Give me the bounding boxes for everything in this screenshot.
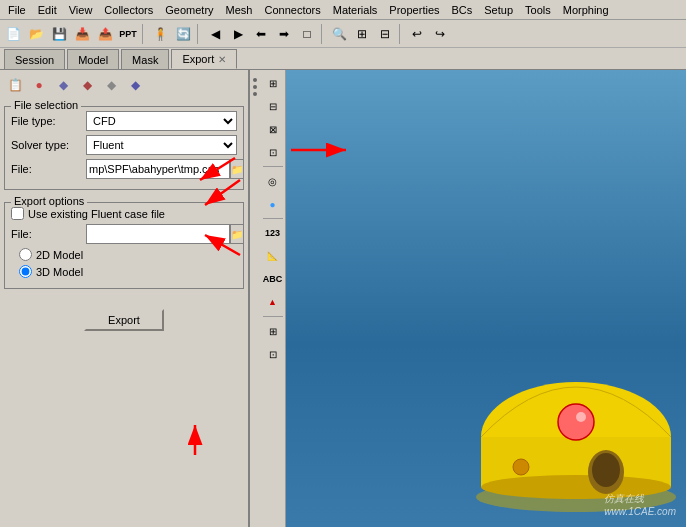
dot-3 [253, 92, 257, 96]
panel-icon-3[interactable]: ◆ [52, 74, 74, 96]
side-btn-5[interactable]: ◎ [262, 170, 284, 192]
tb-fit[interactable]: ⊞ [351, 23, 373, 45]
viewport[interactable]: 仿真在线 www.1CAE.com [286, 70, 686, 527]
side-btn-12[interactable]: ⊡ [262, 343, 284, 365]
tab-close-icon[interactable]: ✕ [218, 54, 226, 65]
solver-type-label: Solver type: [11, 139, 86, 151]
side-btn-1[interactable]: ⊞ [262, 72, 284, 94]
file-label: File: [11, 163, 86, 175]
tb-import[interactable]: 📥 [71, 23, 93, 45]
file-type-label: File type: [11, 115, 86, 127]
file-selection-label: File selection [11, 99, 81, 111]
side-sep-2 [263, 218, 283, 219]
file-input[interactable] [86, 159, 230, 179]
menu-edit[interactable]: Edit [32, 3, 63, 17]
menu-materials[interactable]: Materials [327, 3, 384, 17]
use-existing-checkbox[interactable] [11, 207, 24, 220]
file-selection-group: File selection File type: CFD Abaqus Ans… [4, 106, 244, 190]
side-btn-6[interactable]: ● [262, 193, 284, 215]
tb-right[interactable]: ➡ [273, 23, 295, 45]
use-existing-row: Use existing Fluent case file [11, 207, 237, 220]
tb-save[interactable]: 💾 [48, 23, 70, 45]
panel-dots [250, 70, 260, 527]
watermark-line2: www.1CAE.com [604, 506, 676, 517]
options-file-browse-btn[interactable]: 📁 [230, 224, 244, 244]
solver-type-select[interactable]: Fluent OpenFOAM CFX [86, 135, 237, 155]
file-type-row: File type: CFD Abaqus Ansys [11, 111, 237, 131]
menu-morphing[interactable]: Morphing [557, 3, 615, 17]
side-btn-4[interactable]: ⊡ [262, 141, 284, 163]
3d-model-svg [406, 277, 686, 527]
tb-person[interactable]: 🧍 [149, 23, 171, 45]
side-sep-3 [263, 316, 283, 317]
solver-type-row: Solver type: Fluent OpenFOAM CFX [11, 135, 237, 155]
file-browse-btn[interactable]: 📁 [230, 159, 244, 179]
export-options-label: Export options [11, 195, 87, 207]
sep2 [197, 24, 201, 44]
side-btn-7[interactable]: 123 [262, 222, 284, 244]
tb-undo[interactable]: ↩ [406, 23, 428, 45]
sep1 [142, 24, 146, 44]
radio-3d-row: 3D Model [11, 265, 237, 278]
menu-connectors[interactable]: Connectors [258, 3, 326, 17]
menu-geometry[interactable]: Geometry [159, 3, 219, 17]
menu-view[interactable]: View [63, 3, 99, 17]
tb-redo[interactable]: ↪ [429, 23, 451, 45]
menu-mesh[interactable]: Mesh [220, 3, 259, 17]
side-btn-8[interactable]: 📐 [262, 245, 284, 267]
tb-left[interactable]: ⬅ [250, 23, 272, 45]
watermark-line1: 仿真在线 [604, 492, 676, 506]
tb-back[interactable]: ◀ [204, 23, 226, 45]
panel-icon-6[interactable]: ◆ [124, 74, 146, 96]
use-existing-label: Use existing Fluent case file [28, 208, 165, 220]
side-btn-3[interactable]: ⊠ [262, 118, 284, 140]
options-file-label: File: [11, 228, 86, 240]
panel-icon-4[interactable]: ◆ [76, 74, 98, 96]
tab-model[interactable]: Model [67, 49, 119, 69]
tb-forward[interactable]: ▶ [227, 23, 249, 45]
radio-3d[interactable] [19, 265, 32, 278]
svg-point-5 [558, 404, 594, 440]
side-sep-1 [263, 166, 283, 167]
radio-2d-row: 2D Model [11, 248, 237, 261]
radio-2d[interactable] [19, 248, 32, 261]
radio-2d-label: 2D Model [36, 249, 83, 261]
menu-setup[interactable]: Setup [478, 3, 519, 17]
menu-bcs[interactable]: BCs [446, 3, 479, 17]
tb-rotate[interactable]: 🔄 [172, 23, 194, 45]
options-file-input[interactable] [86, 224, 230, 244]
side-btn-11[interactable]: ⊞ [262, 320, 284, 342]
toolbar-row-1: 📄 📂 💾 📥 📤 PPT 🧍 🔄 ◀ ▶ ⬅ ➡ □ 🔍 ⊞ ⊟ ↩ ↪ [0, 20, 686, 48]
file-type-select[interactable]: CFD Abaqus Ansys [86, 111, 237, 131]
panel-icon-row: 📋 ● ◆ ◆ ◆ ◆ [4, 74, 244, 96]
menu-properties[interactable]: Properties [383, 3, 445, 17]
tb-zoom[interactable]: 🔍 [328, 23, 350, 45]
tb-new[interactable]: 📄 [2, 23, 24, 45]
options-file-row: File: 📁 [11, 224, 237, 244]
side-btn-2[interactable]: ⊟ [262, 95, 284, 117]
watermark: 仿真在线 www.1CAE.com [604, 492, 676, 517]
file-row: File: 📁 [11, 159, 237, 179]
dot-2 [253, 85, 257, 89]
tb-box[interactable]: □ [296, 23, 318, 45]
side-btn-10[interactable]: ▲ [262, 291, 284, 313]
side-btn-9[interactable]: ABC [262, 268, 284, 290]
tab-export[interactable]: Export ✕ [171, 49, 237, 69]
tb-open[interactable]: 📂 [25, 23, 47, 45]
menubar: File Edit View Collectors Geometry Mesh … [0, 0, 686, 20]
tab-mask[interactable]: Mask [121, 49, 169, 69]
tb-ppt[interactable]: PPT [117, 23, 139, 45]
menu-tools[interactable]: Tools [519, 3, 557, 17]
menu-collectors[interactable]: Collectors [98, 3, 159, 17]
panel-icon-2[interactable]: ● [28, 74, 50, 96]
sep3 [321, 24, 325, 44]
panel-icon-1[interactable]: 📋 [4, 74, 26, 96]
export-button[interactable]: Export [84, 309, 164, 331]
panel-icon-5[interactable]: ◆ [100, 74, 122, 96]
tab-session[interactable]: Session [4, 49, 65, 69]
tb-zoomout[interactable]: ⊟ [374, 23, 396, 45]
menu-file[interactable]: File [2, 3, 32, 17]
tb-export[interactable]: 📤 [94, 23, 116, 45]
right-area: ⊞ ⊟ ⊠ ⊡ ◎ ● 123 📐 ABC ▲ ⊞ ⊡ [250, 70, 686, 527]
svg-point-9 [513, 459, 529, 475]
